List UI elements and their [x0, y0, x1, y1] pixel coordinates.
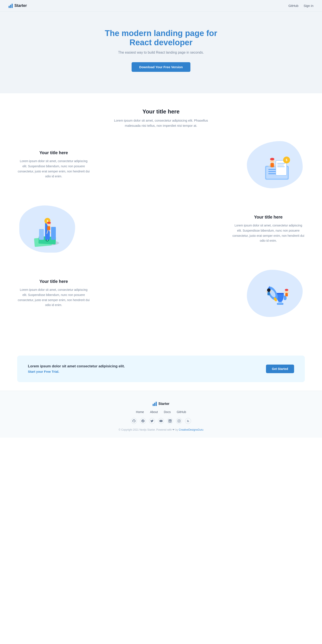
instagram-social-icon[interactable]	[176, 418, 182, 424]
footer-nav: Home About Docs GitHub	[9, 410, 313, 414]
logo-icon	[9, 4, 13, 8]
feature-3-title: Your title here	[17, 279, 90, 284]
feature-2-image: $ $ $	[17, 206, 77, 252]
logo-text: Starter	[14, 4, 27, 8]
feature-3-text: Your title here Lorem ipsum dolor sit am…	[17, 279, 90, 308]
hero-headline2: React developer	[9, 38, 313, 47]
svg-point-32	[47, 222, 51, 224]
svg-rect-8	[277, 166, 285, 167]
section-description: Lorem ipsum dolor sit amet, consectetur …	[110, 118, 212, 128]
feature-1-illustration: $	[253, 146, 296, 184]
svg-rect-35	[276, 293, 284, 294]
feature-2-description: Lorem ipsum dolor sit amet, consectetur …	[232, 223, 305, 244]
footer-nav-github[interactable]: GitHub	[177, 410, 186, 414]
footer-logo: Starter	[9, 402, 313, 406]
features-section: Your title here Lorem ipsum dolor sit am…	[0, 137, 322, 347]
cta-text-block: Lorem ipsum dolor sit amet consectetur a…	[28, 364, 125, 374]
svg-point-15	[270, 158, 274, 160]
section-title: Your title here	[9, 108, 313, 115]
logo: Starter	[9, 4, 27, 8]
feature-row-1: Your title here Lorem ipsum dolor sit am…	[17, 141, 305, 188]
footer-nav-docs[interactable]: Docs	[164, 410, 171, 414]
github-social-icon[interactable]	[131, 418, 137, 424]
feature-3-illustration	[253, 274, 296, 313]
feature-2-title: Your title here	[232, 215, 305, 220]
feature-3-description: Lorem ipsum dolor sit amet, consectetur …	[17, 287, 90, 308]
feature-1-description: Lorem ipsum dolor sit amet, consectetur …	[17, 159, 90, 179]
svg-rect-24	[51, 227, 56, 240]
feature-1-image: $	[245, 141, 305, 188]
nav-github[interactable]: GitHub	[288, 4, 298, 8]
twitter-social-icon[interactable]	[149, 418, 155, 424]
cta-banner: Lorem ipsum dolor sit amet consectetur a…	[17, 356, 305, 382]
feature-2-illustration: $ $ $	[26, 210, 69, 248]
facebook-social-icon[interactable]	[140, 418, 146, 424]
feature-1-title: Your title here	[17, 150, 90, 155]
footer-copyright: © Copyright 2021 Nextjs Starter. Powered…	[9, 428, 313, 431]
svg-text:$: $	[286, 158, 287, 162]
svg-rect-12	[270, 163, 274, 167]
feature-1-blob: $	[247, 141, 303, 188]
nav-signin[interactable]: Sign in	[303, 4, 313, 8]
svg-line-42	[266, 291, 267, 293]
rss-social-icon[interactable]	[185, 418, 191, 424]
svg-point-40	[267, 288, 270, 292]
svg-line-47	[284, 292, 285, 294]
feature-2-blob: $ $ $	[19, 206, 75, 252]
svg-rect-41	[267, 292, 270, 295]
navbar: Starter GitHub Sign in	[0, 0, 322, 12]
section-intro: Your title here Lorem ipsum dolor sit am…	[0, 93, 322, 137]
feature-row-3: Your title here Lorem ipsum dolor sit am…	[17, 270, 305, 317]
hero-cta-button[interactable]: Download Your Free Version	[132, 62, 191, 72]
svg-rect-7	[277, 165, 284, 165]
hero-headline1: The modern landing page for	[9, 29, 313, 38]
svg-rect-6	[277, 163, 285, 164]
youtube-social-icon[interactable]	[158, 418, 164, 424]
feature-1-text: Your title here Lorem ipsum dolor sit am…	[17, 150, 90, 179]
cta-link[interactable]: Start your Free Trial.	[28, 370, 59, 373]
footer: Starter Home About Docs GitHub © Copyrig…	[0, 391, 322, 438]
hero-subtext: The easiest way to build React landing p…	[9, 50, 313, 54]
feature-3-image	[245, 270, 305, 317]
nav-links: GitHub Sign in	[288, 4, 313, 8]
cta-headline: Lorem ipsum dolor sit amet consectetur a…	[28, 364, 125, 368]
hero-section: The modern landing page for React develo…	[0, 12, 322, 93]
footer-nav-home[interactable]: Home	[136, 410, 144, 414]
footer-social-icons	[9, 418, 313, 424]
feature-3-blob	[247, 270, 303, 317]
footer-logo-text: Starter	[158, 402, 170, 406]
hero-headline: The modern landing page for React develo…	[9, 29, 313, 47]
footer-copyright-link[interactable]: CreativeDesignsGuru	[179, 428, 203, 431]
linkedin-social-icon[interactable]	[167, 418, 173, 424]
svg-rect-25	[39, 229, 44, 240]
feature-2-text: Your title here Lorem ipsum dolor sit am…	[232, 215, 305, 244]
svg-rect-29	[47, 226, 50, 230]
cta-button[interactable]: Get Started	[266, 364, 294, 373]
footer-logo-icon	[153, 402, 157, 406]
svg-point-45	[285, 289, 288, 291]
feature-row-2: Your title here Lorem ipsum dolor sit am…	[17, 206, 305, 252]
svg-rect-46	[285, 293, 288, 296]
footer-nav-about[interactable]: About	[150, 410, 158, 414]
